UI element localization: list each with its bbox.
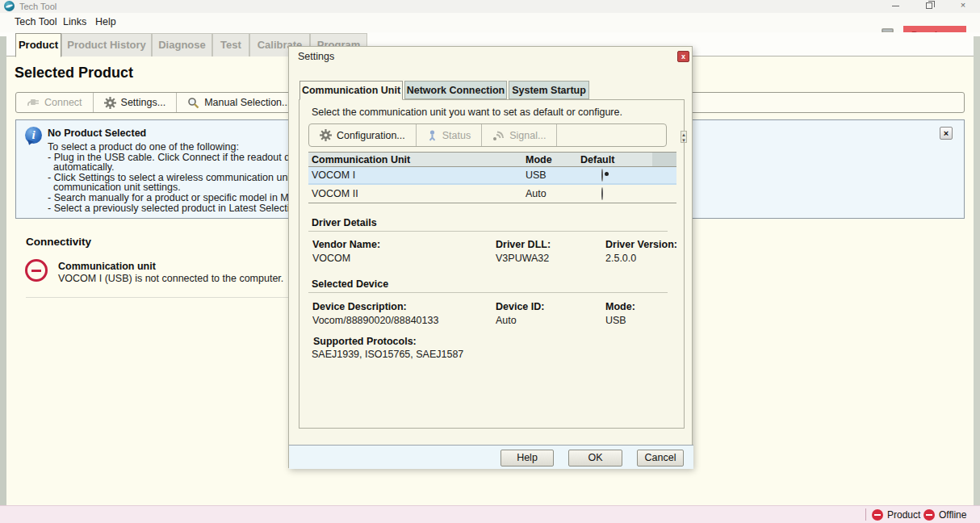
device-id-label: Device ID: — [496, 301, 544, 312]
divider — [26, 297, 292, 298]
column-extra — [652, 153, 676, 166]
menu-tech-tool[interactable]: Tech Tool — [15, 16, 57, 27]
device-description-value: Vocom/88890020/88840133 — [312, 315, 438, 326]
dialog-title: Settings — [298, 51, 334, 62]
window-title: Tech Tool — [19, 2, 57, 11]
column-default: Default — [577, 154, 652, 165]
menu-links[interactable]: Links — [63, 16, 86, 27]
dialog-footer: Help OK Cancel — [289, 446, 693, 469]
status-person-icon — [427, 130, 438, 141]
gear-icon — [104, 97, 116, 109]
close-window-button[interactable]: × — [954, 0, 972, 11]
driver-details-heading: Driver Details — [312, 217, 377, 228]
connect-button[interactable]: Connect — [16, 93, 94, 112]
vendor-name-label: Vendor Name: — [312, 239, 380, 250]
manual-selection-button[interactable]: Manual Selection... — [177, 93, 301, 112]
title-bar: Tech Tool × — [0, 0, 980, 13]
default-radio-vocom-ii[interactable] — [601, 187, 603, 200]
menu-help[interactable]: Help — [95, 16, 116, 27]
cancel-button[interactable]: Cancel — [637, 450, 684, 467]
communication-unit-status: VOCOM I (USB) is not connected to the co… — [58, 273, 283, 284]
info-icon: i — [25, 127, 42, 144]
tab-product-history[interactable]: Product History — [61, 33, 152, 56]
column-mode: Mode — [522, 154, 577, 165]
supported-protocols-label: Supported Protocols: — [313, 336, 417, 347]
status-button[interactable]: Status — [417, 124, 482, 146]
driver-version-label: Driver Version: — [605, 239, 677, 250]
page-title: Selected Product — [15, 65, 133, 82]
status-bar: Product Offline — [0, 505, 980, 523]
disconnected-icon — [25, 259, 48, 282]
offline-status-label: Offline — [939, 509, 966, 521]
supported-protocols-value: SAEJ1939, ISO15765, SAEJ1587 — [312, 349, 463, 360]
left-edge-strip — [0, 36, 6, 505]
info-box-close-button[interactable]: × — [940, 127, 953, 140]
settings-button[interactable]: Settings... — [94, 93, 178, 112]
driver-version-value: 2.5.0.0 — [605, 253, 636, 264]
app-logo-icon — [4, 1, 15, 11]
dialog-tab-communication-unit[interactable]: Communication Unit — [299, 81, 403, 100]
dialog-close-button[interactable]: x — [677, 51, 689, 62]
mode-value: USB — [605, 315, 626, 326]
column-communication-unit: Communication Unit — [308, 154, 522, 165]
menu-bar: Tech Tool Links Help Developer Tool — [0, 13, 980, 32]
product-status-icon — [872, 509, 883, 521]
vendor-name-value: VOCOM — [312, 253, 350, 264]
connectivity-heading: Connectivity — [26, 236, 91, 248]
signal-button[interactable]: Signal... — [482, 124, 557, 146]
device-id-value: Auto — [496, 315, 517, 326]
divider — [308, 292, 668, 293]
tab-product[interactable]: Product — [15, 33, 61, 57]
toolbar-overflow-handle[interactable]: ▴▾ — [681, 131, 687, 143]
product-status-label: Product — [887, 509, 920, 521]
communication-unit-panel: Select the communication unit you want t… — [299, 99, 685, 429]
offline-status-icon — [923, 509, 935, 521]
dialog-description: Select the communication unit you want t… — [312, 107, 622, 118]
mode-label: Mode: — [605, 301, 635, 312]
device-description-label: Device Description: — [312, 301, 407, 312]
connector-icon — [27, 97, 40, 108]
restore-button[interactable] — [920, 0, 938, 11]
communication-unit-table: Communication Unit Mode Default VOCOM I … — [308, 152, 676, 203]
dialog-tab-system-startup[interactable]: System Startup — [509, 81, 589, 99]
magnifier-icon — [187, 97, 199, 109]
gear-icon — [320, 129, 332, 141]
tab-test[interactable]: Test — [212, 33, 249, 56]
minimize-button[interactable] — [886, 0, 904, 11]
dialog-toolbar: Configuration... Status Signal... — [308, 123, 667, 147]
table-row-vocom-ii[interactable]: VOCOM II Auto — [308, 185, 676, 203]
status-separator — [865, 508, 866, 521]
configuration-button[interactable]: Configuration... — [309, 124, 417, 146]
info-box-title: No Product Selected — [48, 128, 146, 139]
default-radio-vocom-i[interactable] — [601, 169, 603, 182]
table-header: Communication Unit Mode Default — [308, 152, 676, 167]
driver-dll-value: V3PUWA32 — [496, 253, 549, 264]
app-window: Tech Tool × Tech Tool Links Help Develop… — [0, 0, 980, 523]
table-row-vocom-i[interactable]: VOCOM I USB — [308, 167, 676, 185]
communication-unit-title: Communication unit — [58, 261, 156, 272]
driver-dll-label: Driver DLL: — [496, 239, 551, 250]
ok-button[interactable]: OK — [568, 450, 622, 467]
signal-icon — [492, 130, 505, 141]
tab-diagnose[interactable]: Diagnose — [152, 33, 212, 56]
settings-dialog: Settings x Communication Unit Network Co… — [288, 46, 693, 468]
divider — [308, 231, 668, 232]
selected-device-heading: Selected Device — [312, 278, 388, 290]
right-edge-strip — [974, 36, 980, 505]
dialog-tab-network-connection[interactable]: Network Connection — [404, 81, 507, 99]
help-button[interactable]: Help — [500, 450, 554, 467]
